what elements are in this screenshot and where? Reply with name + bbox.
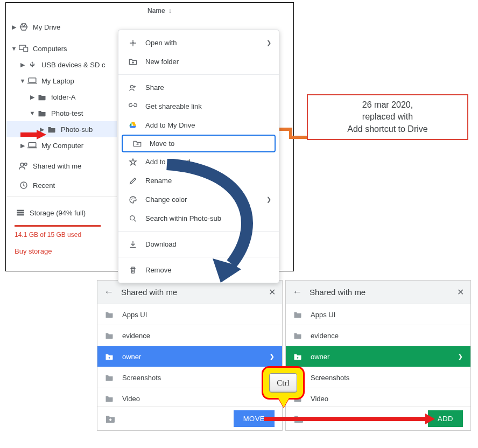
open-with-icon — [126, 39, 140, 47]
laptop-icon — [26, 142, 38, 149]
popup-list: Apps UI evidence owner❯ Screenshots Vide… — [286, 304, 470, 407]
list-item[interactable]: evidence — [286, 325, 470, 346]
caret-icon[interactable]: ▶ — [19, 61, 26, 68]
tree-item-shared[interactable]: Shared with me — [6, 158, 117, 174]
close-icon[interactable]: ✕ — [457, 287, 464, 297]
drive-icon — [18, 23, 30, 31]
palette-icon — [126, 195, 140, 204]
annotation-callout: 26 mar 2020, replaced with Add shortcut … — [307, 94, 468, 140]
svg-rect-2 — [29, 78, 36, 82]
popup-list: Apps UI evidence owner❯ Screenshots Vide… — [97, 304, 282, 407]
folder-icon — [105, 374, 117, 381]
storage-bar — [15, 225, 101, 227]
tree-item-my-drive[interactable]: ▶ My Drive — [6, 19, 117, 35]
list-item[interactable]: Apps UI — [97, 304, 282, 325]
move-popup-blue: ← Shared with me ✕ Apps UI evidence owne… — [97, 280, 283, 431]
popup-footer: MOVE — [97, 407, 282, 430]
popup-header: ← Shared with me ✕ — [286, 281, 470, 304]
ctrl-key-badge: Ctrl — [262, 366, 305, 400]
menu-add-to-drive[interactable]: Add to My Drive — [118, 116, 279, 135]
svg-point-15 — [133, 197, 135, 198]
devices-icon — [18, 45, 30, 52]
clock-icon — [18, 181, 30, 190]
column-header-name[interactable]: Name↓ — [147, 7, 172, 15]
ctrl-key-label: Ctrl — [269, 373, 297, 393]
list-item[interactable]: Video — [286, 388, 470, 407]
close-icon[interactable]: ✕ — [269, 287, 276, 297]
folder-icon — [293, 311, 305, 318]
folder-icon — [105, 332, 117, 339]
svg-rect-3 — [27, 83, 37, 84]
tree-item-usb[interactable]: ▶ USB devices & SD c — [6, 57, 117, 73]
tree-item-computers[interactable]: ▼ Computers — [6, 40, 117, 57]
shared-folder-icon — [105, 353, 117, 360]
folder-icon — [36, 110, 48, 117]
folder-icon — [46, 126, 58, 133]
pointer-arrow-icon — [20, 129, 47, 140]
folder-icon — [36, 94, 48, 101]
caret-icon[interactable]: ▼ — [29, 110, 36, 116]
menu-new-folder[interactable]: New folder — [118, 52, 279, 71]
popup-title: Shared with me — [121, 288, 269, 297]
laptop-icon — [26, 77, 38, 85]
menu-share[interactable]: Share — [118, 78, 279, 97]
caret-icon[interactable]: ▼ — [10, 45, 18, 52]
svg-rect-4 — [29, 143, 36, 147]
shared-folder-icon — [293, 353, 305, 360]
trash-icon — [126, 266, 140, 275]
back-icon[interactable]: ← — [104, 286, 114, 298]
new-folder-icon — [126, 58, 140, 66]
menu-separator — [118, 74, 279, 75]
new-folder-icon[interactable] — [105, 415, 116, 423]
caret-icon[interactable]: ▶ — [19, 142, 26, 149]
list-item[interactable]: Video — [97, 388, 282, 407]
tree-item-laptop[interactable]: ▼ My Laptop — [6, 73, 117, 89]
svg-point-6 — [20, 163, 24, 166]
sort-arrow-icon: ↓ — [168, 7, 172, 15]
list-item[interactable]: evidence — [97, 325, 282, 346]
list-item[interactable]: Screenshots — [286, 367, 470, 388]
buy-storage-link[interactable]: Buy storage — [15, 247, 117, 255]
chevron-right-icon: ❯ — [269, 353, 275, 360]
list-item-selected[interactable]: owner❯ — [97, 346, 282, 367]
svg-rect-10 — [17, 212, 24, 214]
svg-point-12 — [130, 85, 133, 88]
share-icon — [126, 83, 140, 92]
svg-rect-21 — [264, 417, 425, 421]
menu-get-link[interactable]: Get shareable link — [118, 97, 279, 116]
caret-icon[interactable]: ▶ — [10, 24, 18, 31]
list-item[interactable]: Apps UI — [286, 304, 470, 325]
drive-add-icon — [126, 121, 140, 129]
move-to-icon — [130, 140, 144, 148]
svg-rect-11 — [17, 214, 24, 216]
popup-title: Shared with me — [310, 288, 457, 297]
caret-icon[interactable]: ▼ — [19, 78, 26, 84]
back-icon[interactable]: ← — [292, 286, 302, 298]
svg-point-13 — [131, 199, 132, 200]
tree-item-recent[interactable]: Recent — [6, 177, 117, 193]
menu-move-to[interactable]: Move to — [123, 136, 275, 151]
caret-icon[interactable]: ▶ — [29, 94, 36, 101]
svg-point-7 — [25, 163, 27, 166]
menu-move-to-highlight: Move to — [122, 135, 276, 152]
divider — [6, 197, 117, 197]
rename-icon — [126, 177, 140, 185]
svg-rect-9 — [17, 210, 24, 212]
svg-point-19 — [297, 357, 299, 359]
svg-point-16 — [130, 215, 135, 220]
storage-row[interactable]: Storage (94% full) — [15, 205, 117, 221]
link-icon — [126, 102, 140, 111]
tree-item-folder-a[interactable]: ▶ folder-A — [6, 89, 117, 105]
folder-icon — [105, 395, 117, 402]
svg-rect-1 — [24, 47, 28, 52]
chevron-right-icon: ❯ — [266, 39, 271, 46]
folder-icon — [105, 311, 117, 318]
tree-item-photo-test[interactable]: ▼ Photo-test — [6, 105, 117, 121]
folder-icon — [293, 332, 305, 339]
svg-rect-5 — [27, 148, 37, 149]
menu-open-with[interactable]: Open with❯ — [118, 33, 279, 52]
list-item[interactable]: Screenshots — [97, 367, 282, 388]
storage-usage: 14.1 GB of 15 GB used — [15, 231, 117, 239]
red-arrow-move-to-add-icon — [264, 414, 436, 424]
list-item-selected[interactable]: owner❯ — [286, 346, 470, 367]
